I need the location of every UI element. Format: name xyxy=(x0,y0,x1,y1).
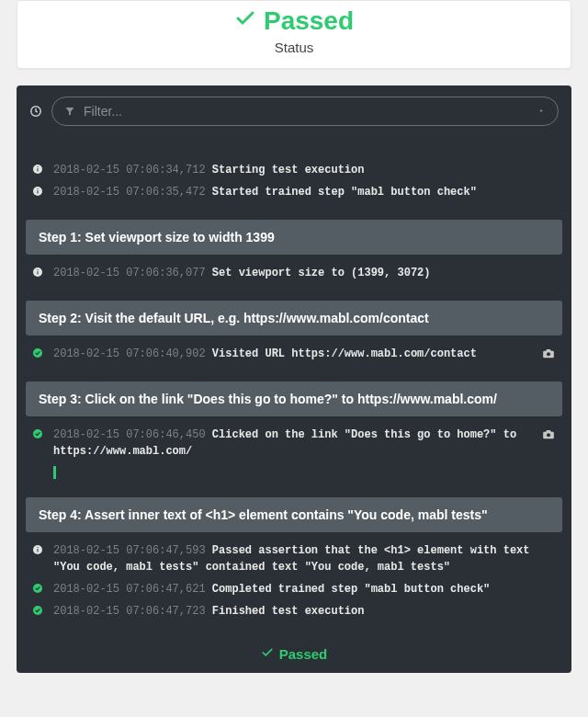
step-block: Step 3: Click on the link "Does this go … xyxy=(26,381,562,481)
log-text: 2018-02-15 07:06:47,621 Completed traine… xyxy=(53,581,557,598)
log-timestamp: 2018-02-15 07:06:47,723 xyxy=(53,605,206,618)
check-icon xyxy=(234,6,256,36)
success-icon xyxy=(31,346,44,358)
svg-rect-3 xyxy=(38,166,39,167)
log-line: 2018-02-15 07:06:35,472 Started trained … xyxy=(26,181,562,203)
step-header[interactable]: Step 4: Assert inner text of <h1> elemen… xyxy=(26,497,562,532)
footer-status: Passed xyxy=(17,637,571,673)
step-block: Step 4: Assert inner text of <h1> elemen… xyxy=(26,497,562,622)
success-icon xyxy=(31,581,44,594)
success-icon xyxy=(31,427,44,439)
log-text: 2018-02-15 07:06:34,712 Starting test ex… xyxy=(53,162,557,178)
svg-rect-8 xyxy=(38,271,39,275)
clock-icon[interactable] xyxy=(29,105,42,118)
log-timestamp: 2018-02-15 07:06:35,472 xyxy=(53,186,206,199)
svg-rect-16 xyxy=(38,547,39,548)
filter-row xyxy=(17,85,571,135)
log-line: 2018-02-15 07:06:40,902 Visited URL http… xyxy=(26,343,562,365)
svg-point-13 xyxy=(547,433,550,437)
log-panel: 2018-02-15 07:06:34,712 Starting test ex… xyxy=(17,85,571,673)
log-timestamp: 2018-02-15 07:06:46,450 xyxy=(53,428,206,441)
svg-rect-2 xyxy=(38,168,39,172)
log-timestamp: 2018-02-15 07:06:36,077 xyxy=(53,267,206,279)
log-text: 2018-02-15 07:06:36,077 Set viewport siz… xyxy=(53,265,557,281)
log-text: 2018-02-15 07:06:35,472 Started trained … xyxy=(53,184,557,200)
log-timestamp: 2018-02-15 07:06:34,712 xyxy=(53,164,206,176)
log-message: Visited URL https://www.mabl.com/contact xyxy=(206,347,477,360)
step-header[interactable]: Step 1: Set viewport size to width 1399 xyxy=(26,220,562,255)
camera-icon[interactable] xyxy=(540,427,557,439)
status-card: Passed Status xyxy=(17,0,571,69)
log-line: 2018-02-15 07:06:34,712 Starting test ex… xyxy=(26,159,562,181)
step-block: Step 2: Visit the default URL, e.g. http… xyxy=(26,301,562,365)
success-icon xyxy=(31,603,44,616)
log-message: Completed trained step "mabl button chec… xyxy=(206,583,491,596)
log-text: 2018-02-15 07:06:40,902 Visited URL http… xyxy=(53,346,531,362)
svg-rect-6 xyxy=(38,188,39,189)
log-substep-indicator xyxy=(26,462,562,481)
step-block: Step 1: Set viewport size to width 13992… xyxy=(26,220,562,284)
log-timestamp: 2018-02-15 07:06:40,902 xyxy=(53,347,206,360)
log-message: Set viewport size to (1399, 3072) xyxy=(206,267,431,279)
svg-rect-9 xyxy=(38,269,39,270)
log-line: 2018-02-15 07:06:47,723 Finished test ex… xyxy=(26,600,562,622)
info-icon xyxy=(31,265,44,278)
log-text: 2018-02-15 07:06:47,593 Passed assertion… xyxy=(53,542,557,575)
svg-rect-5 xyxy=(38,190,39,194)
filter-icon xyxy=(64,106,75,117)
filter-input-wrap xyxy=(51,97,559,126)
chevron-down-icon[interactable] xyxy=(537,105,546,119)
log-message: Started trained step "mabl button check" xyxy=(206,186,477,199)
substep-bar-icon xyxy=(53,466,56,479)
status-label: Passed xyxy=(264,6,354,36)
check-icon xyxy=(261,646,274,662)
status-sublabel: Status xyxy=(27,40,561,55)
log-timestamp: 2018-02-15 07:06:47,621 xyxy=(53,583,206,596)
svg-point-11 xyxy=(547,352,550,356)
log-message: Starting test execution xyxy=(206,164,365,176)
info-icon xyxy=(31,542,44,555)
filter-input[interactable] xyxy=(51,97,559,126)
log-text: 2018-02-15 07:06:47,723 Finished test ex… xyxy=(53,603,557,620)
status-passed: Passed xyxy=(234,6,354,36)
log-text: 2018-02-15 07:06:46,450 Clicked on the l… xyxy=(53,427,531,460)
svg-rect-15 xyxy=(38,549,39,552)
step-header[interactable]: Step 2: Visit the default URL, e.g. http… xyxy=(26,301,562,336)
footer-status-label: Passed xyxy=(279,646,328,662)
step-header[interactable]: Step 3: Click on the link "Does this go … xyxy=(26,381,562,416)
info-icon xyxy=(31,162,44,175)
log-timestamp: 2018-02-15 07:06:47,593 xyxy=(53,544,206,557)
camera-icon[interactable] xyxy=(540,346,557,358)
log-body: 2018-02-15 07:06:34,712 Starting test ex… xyxy=(17,135,571,637)
log-message: Finished test execution xyxy=(206,605,365,618)
log-line: 2018-02-15 07:06:47,621 Completed traine… xyxy=(26,578,562,600)
log-line: 2018-02-15 07:06:46,450 Clicked on the l… xyxy=(26,424,562,462)
log-line: 2018-02-15 07:06:36,077 Set viewport siz… xyxy=(26,262,562,284)
info-icon xyxy=(31,184,44,197)
log-line: 2018-02-15 07:06:47,593 Passed assertion… xyxy=(26,540,562,578)
